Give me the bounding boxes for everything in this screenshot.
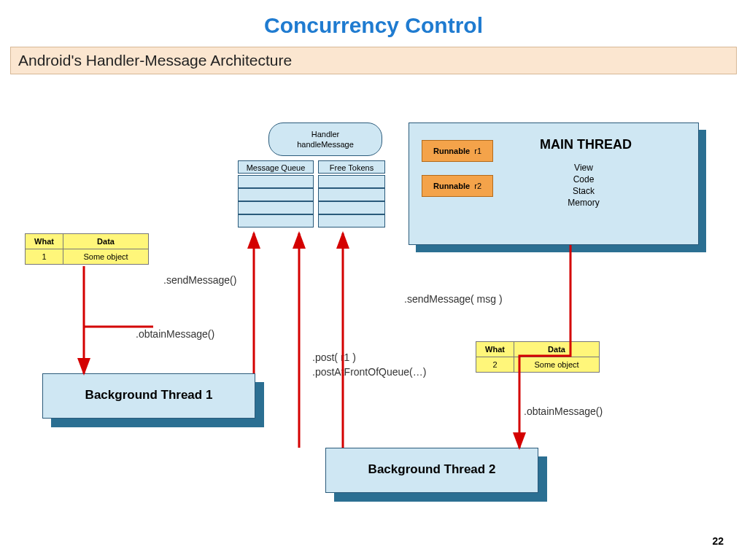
arrows-svg xyxy=(0,0,747,560)
